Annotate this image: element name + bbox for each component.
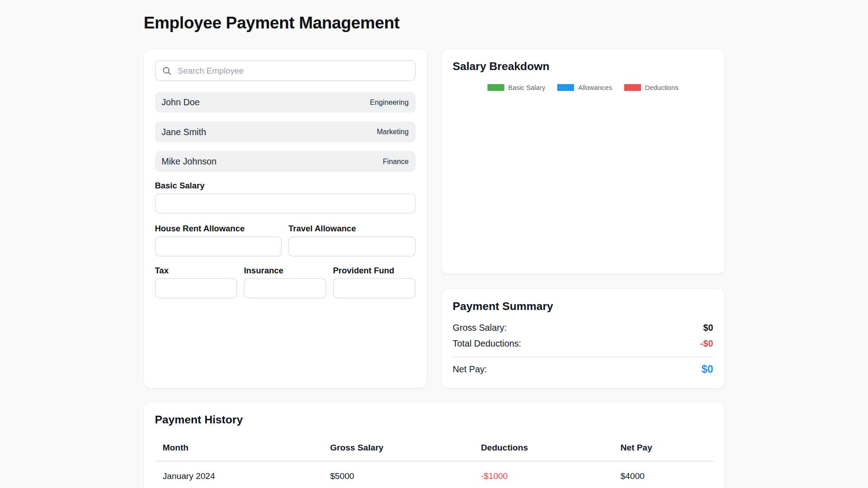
payment-history-card: Payment History Month Gross Salary Deduc… xyxy=(144,402,724,488)
payment-history-table: Month Gross Salary Deductions Net Pay Ja… xyxy=(155,436,713,488)
basic-salary-input[interactable] xyxy=(155,193,415,213)
top-grid: John Doe Engineering Jane Smith Marketin… xyxy=(144,49,724,388)
table-header-row: Month Gross Salary Deductions Net Pay xyxy=(155,436,713,461)
gross-salary-label: Gross Salary: xyxy=(453,323,507,333)
provident-fund-group: Provident Fund xyxy=(333,265,415,298)
deduction-row: Tax Insurance Provident Fund xyxy=(155,265,415,298)
chart-legend: Basic Salary Allowances Deductions xyxy=(453,84,713,91)
summary-divider xyxy=(453,357,713,357)
search-icon xyxy=(162,66,171,75)
total-deductions-value: -$0 xyxy=(700,339,713,349)
cell-net: $4000 xyxy=(613,461,713,488)
legend-label-deductions: Deductions xyxy=(645,84,679,91)
tax-input[interactable] xyxy=(155,278,237,298)
app-root: Employee Payment Management John Doe Eng… xyxy=(0,0,868,488)
employee-name: John Doe xyxy=(161,97,200,107)
payment-summary-card: Payment Summary Gross Salary: $0 Total D… xyxy=(442,289,725,388)
column-header-deductions: Deductions xyxy=(473,436,613,461)
employee-department: Finance xyxy=(383,157,409,166)
column-header-net-pay: Net Pay xyxy=(613,436,713,461)
legend-label-allowances: Allowances xyxy=(578,84,612,91)
legend-swatch-basic-salary xyxy=(487,84,504,91)
cell-deductions: -$1000 xyxy=(473,461,613,488)
employee-panel: John Doe Engineering Jane Smith Marketin… xyxy=(144,49,427,388)
gross-salary-value: $0 xyxy=(703,323,713,333)
allowance-row: House Rent Allowance Travel Allowance xyxy=(155,224,415,257)
employee-department: Engineering xyxy=(370,98,409,107)
insurance-label: Insurance xyxy=(244,265,326,275)
tax-group: Tax xyxy=(155,265,237,298)
house-rent-input[interactable] xyxy=(155,236,282,256)
legend-swatch-deductions xyxy=(624,84,641,91)
search-input[interactable] xyxy=(177,65,408,75)
net-pay-value: $0 xyxy=(701,364,713,376)
insurance-group: Insurance xyxy=(244,265,326,298)
travel-allowance-input[interactable] xyxy=(288,236,415,256)
legend-item-deductions[interactable]: Deductions xyxy=(624,84,679,91)
page-title: Employee Payment Management xyxy=(144,14,724,33)
right-column: Salary Breakdown Basic Salary Allowances xyxy=(442,49,725,388)
table-row: January 2024 $5000 -$1000 $4000 xyxy=(155,461,713,488)
employee-row-john-doe[interactable]: John Doe Engineering xyxy=(155,92,415,113)
legend-item-allowances[interactable]: Allowances xyxy=(557,84,612,91)
legend-label-basic-salary: Basic Salary xyxy=(508,84,545,91)
salary-breakdown-title: Salary Breakdown xyxy=(453,60,713,73)
house-rent-label: House Rent Allowance xyxy=(155,224,282,233)
gross-salary-row: Gross Salary: $0 xyxy=(453,323,713,333)
employee-row-jane-smith[interactable]: Jane Smith Marketing xyxy=(155,122,415,142)
total-deductions-row: Total Deductions: -$0 xyxy=(453,339,713,349)
total-deductions-label: Total Deductions: xyxy=(453,339,521,349)
employee-name: Mike Johnson xyxy=(161,156,217,166)
employee-row-mike-johnson[interactable]: Mike Johnson Finance xyxy=(155,151,415,172)
insurance-input[interactable] xyxy=(244,278,326,298)
provident-fund-label: Provident Fund xyxy=(333,265,415,275)
payment-summary-title: Payment Summary xyxy=(453,300,713,313)
travel-allowance-group: Travel Allowance xyxy=(288,224,415,257)
net-pay-label: Net Pay: xyxy=(453,365,487,375)
payment-history-title: Payment History xyxy=(155,413,713,426)
provident-fund-input[interactable] xyxy=(333,278,415,298)
house-rent-group: House Rent Allowance xyxy=(155,224,282,257)
basic-salary-label: Basic Salary xyxy=(155,181,415,190)
main-container: Employee Payment Management John Doe Eng… xyxy=(144,0,724,488)
legend-item-basic-salary[interactable]: Basic Salary xyxy=(487,84,545,91)
legend-swatch-allowances xyxy=(557,84,574,91)
cell-gross: $5000 xyxy=(322,461,473,488)
column-header-month: Month xyxy=(155,436,322,461)
employee-name: Jane Smith xyxy=(161,127,206,137)
salary-breakdown-chart xyxy=(453,91,713,263)
tax-label: Tax xyxy=(155,265,237,275)
salary-breakdown-card: Salary Breakdown Basic Salary Allowances xyxy=(442,49,725,274)
column-header-gross-salary: Gross Salary xyxy=(322,436,473,461)
salary-form: Basic Salary House Rent Allowance Travel… xyxy=(155,181,415,298)
net-pay-row: Net Pay: $0 xyxy=(453,364,713,376)
search-box[interactable] xyxy=(155,60,415,81)
cell-month: January 2024 xyxy=(155,461,322,488)
travel-allowance-label: Travel Allowance xyxy=(288,224,415,233)
employee-department: Marketing xyxy=(377,128,408,136)
basic-salary-group: Basic Salary xyxy=(155,181,415,214)
